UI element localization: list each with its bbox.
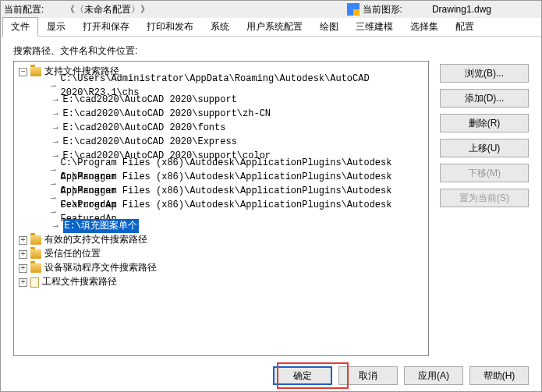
arrow-icon: → (53, 135, 58, 149)
doc-icon (30, 277, 39, 288)
tree-row[interactable]: →C:\Users\Administrator\AppData\Roaming\… (16, 79, 427, 93)
tab-4[interactable]: 系统 (202, 17, 238, 36)
apply-button[interactable]: 应用(A) (404, 366, 463, 385)
section-label: 搜索路径、文件名和文件位置: (13, 44, 529, 58)
toggle-expand-icon[interactable]: + (19, 264, 27, 273)
arrow-icon: → (51, 191, 56, 205)
footer-buttons: 确定 取消 应用(A) 帮助(H) (273, 366, 529, 385)
tree-path: E:\cad2020\AutoCAD 2020\support (63, 93, 237, 107)
tab-1[interactable]: 显示 (38, 17, 74, 36)
folder-icon (30, 67, 41, 76)
tree-path: E:\cad2020\AutoCAD 2020\Express (63, 135, 237, 149)
arrow-icon: → (51, 205, 56, 219)
tree-row[interactable]: +有效的支持文件搜索路径 (16, 233, 427, 247)
tab-0[interactable]: 文件 (2, 17, 38, 37)
ok-button[interactable]: 确定 (273, 366, 332, 385)
arrow-icon: → (53, 93, 58, 107)
tree-label: 设备驱动程序文件搜索路径 (44, 261, 157, 275)
tab-8[interactable]: 选择集 (402, 17, 447, 36)
set-current-button: 置为当前(S) (440, 189, 529, 207)
tab-bar: 文件显示打开和保存打印和发布系统用户系统配置绘图三维建模选择集配置 (1, 18, 541, 37)
toggle-expand-icon[interactable]: + (19, 278, 27, 287)
tree-row[interactable]: +受信任的位置 (16, 247, 427, 261)
dialog-header: 当前配置: 《〈未命名配置〉》 当前图形: Drawing1.dwg (1, 1, 541, 18)
arrow-icon: → (51, 79, 56, 93)
browse-button[interactable]: 浏览(B)... (440, 64, 529, 83)
move-up-button[interactable]: 上移(U) (440, 139, 529, 157)
tab-2[interactable]: 打开和保存 (74, 17, 138, 36)
tree-row[interactable]: +设备驱动程序文件搜索路径 (16, 261, 427, 275)
arrow-icon: → (51, 163, 56, 177)
cancel-button[interactable]: 取消 (338, 366, 398, 385)
tree-path-selected: E:\填充图案单个 (63, 219, 140, 233)
tab-3[interactable]: 打印和发布 (138, 17, 202, 36)
toggle-collapse-icon[interactable]: − (19, 68, 27, 76)
folder-icon (30, 235, 41, 245)
tab-6[interactable]: 绘图 (311, 17, 347, 36)
tab-content: 搜索路径、文件名和文件位置: −支持文件搜索路径→C:\Users\Admini… (1, 37, 541, 360)
drawing-label: 当前图形: (363, 3, 402, 16)
config-value: 《〈未命名配置〉》 (66, 3, 150, 16)
tree-row[interactable]: →C:\Program Files (x86)\Autodesk\Applica… (16, 205, 427, 219)
tree-row[interactable]: →E:\cad2020\AutoCAD 2020\fonts (16, 121, 427, 135)
tree-row[interactable]: →E:\cad2020\AutoCAD 2020\support\zh-CN (16, 107, 427, 121)
autocad-icon (347, 3, 360, 16)
tree-row[interactable]: →E:\cad2020\AutoCAD 2020\Express (16, 135, 427, 149)
tree-path: E:\cad2020\AutoCAD 2020\support\zh-CN (63, 107, 271, 121)
arrow-icon: → (53, 121, 58, 135)
config-label: 当前配置: (4, 3, 44, 16)
folder-icon (30, 249, 41, 259)
path-tree[interactable]: −支持文件搜索路径→C:\Users\Administrator\AppData… (13, 61, 429, 356)
tree-label: 受信任的位置 (44, 247, 101, 261)
tab-7[interactable]: 三维建模 (347, 17, 402, 36)
add-button[interactable]: 添加(D)... (440, 89, 529, 108)
arrow-icon: → (53, 149, 58, 163)
arrow-icon: → (53, 219, 58, 233)
arrow-icon: → (51, 177, 56, 191)
tree-label: 有效的支持文件搜索路径 (44, 233, 147, 247)
toggle-expand-icon[interactable]: + (19, 250, 27, 259)
folder-icon (30, 263, 41, 273)
tree-row[interactable]: +工程文件搜索路径 (16, 275, 427, 289)
help-button[interactable]: 帮助(H) (469, 366, 529, 385)
toggle-expand-icon[interactable]: + (19, 236, 27, 245)
options-dialog: 当前配置: 《〈未命名配置〉》 当前图形: Drawing1.dwg 文件显示打… (0, 0, 542, 392)
tree-label: 工程文件搜索路径 (42, 275, 117, 289)
remove-button[interactable]: 删除(R) (440, 114, 529, 132)
tab-9[interactable]: 配置 (447, 17, 483, 36)
tab-5[interactable]: 用户系统配置 (238, 17, 311, 36)
move-down-button: 下移(M) (440, 164, 529, 182)
side-button-column: 浏览(B)... 添加(D)... 删除(R) 上移(U) 下移(M) 置为当前… (440, 61, 529, 356)
drawing-value: Drawing1.dwg (432, 4, 491, 15)
tree-path: E:\cad2020\AutoCAD 2020\fonts (63, 121, 226, 135)
arrow-icon: → (53, 107, 58, 121)
